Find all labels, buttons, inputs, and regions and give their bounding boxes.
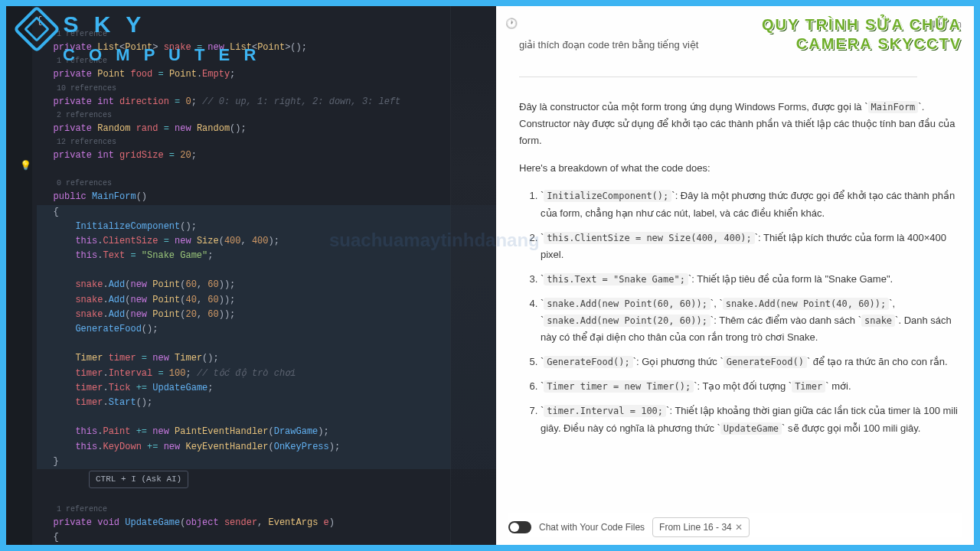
code-editor[interactable]: 💡 { 1 reference private List<Point> snak… bbox=[6, 6, 496, 545]
minimap[interactable] bbox=[450, 6, 496, 545]
logo-icon bbox=[13, 5, 60, 53]
history-icon[interactable] bbox=[505, 15, 518, 32]
list-item: `GenerateFood();`: Gọi phương thức `Gene… bbox=[541, 354, 959, 370]
list-item: `Timer timer = new Timer();`: Tạo một đố… bbox=[541, 378, 959, 395]
code-files-toggle[interactable] bbox=[508, 521, 531, 533]
list-item: `timer.Interval = 100;`: Thiết lập khoản… bbox=[541, 403, 959, 436]
list-item: `snake.Add(new Point(60, 60));`, `snake.… bbox=[541, 295, 959, 346]
code-lens[interactable]: 1 reference bbox=[37, 504, 496, 516]
chat-panel: + New Ch giải thích đoạn code trên bằng … bbox=[496, 6, 974, 545]
line-range-chip[interactable]: From Line 16 - 34 ✕ bbox=[652, 517, 750, 537]
list-item: `this.ClientSize = new Size(400, 400);`:… bbox=[541, 230, 959, 263]
code-lens[interactable]: 12 references bbox=[37, 136, 496, 148]
divider bbox=[519, 77, 917, 77]
list-item: `InitializeComponent();`: Đây là một phư… bbox=[541, 187, 959, 221]
assistant-message: Đây là constructor của một form trong ứn… bbox=[519, 99, 959, 437]
chat-footer: Chat with Your Code Files From Line 16 -… bbox=[508, 513, 962, 537]
code-lens[interactable]: 2 references bbox=[37, 109, 496, 122]
toggle-label: Chat with Your Code Files bbox=[539, 520, 645, 535]
brand-logo: S K Y C O M P U T E R bbox=[20, 12, 260, 64]
editor-gutter bbox=[6, 6, 32, 545]
code-lens[interactable]: 0 references bbox=[37, 178, 496, 190]
ask-ai-hint[interactable]: CTRL + I (Ask AI) bbox=[89, 471, 188, 489]
lightbulb-icon[interactable]: 💡 bbox=[20, 159, 31, 174]
code-lens[interactable]: 10 references bbox=[37, 83, 496, 95]
banner-title: QUY TRÌNH SỬA CHỮA CAMERA SKYCCTV bbox=[762, 15, 962, 54]
list-item: `this.Text = "Snake Game";`: Thiết lập t… bbox=[541, 271, 959, 288]
close-icon[interactable]: ✕ bbox=[735, 520, 743, 535]
